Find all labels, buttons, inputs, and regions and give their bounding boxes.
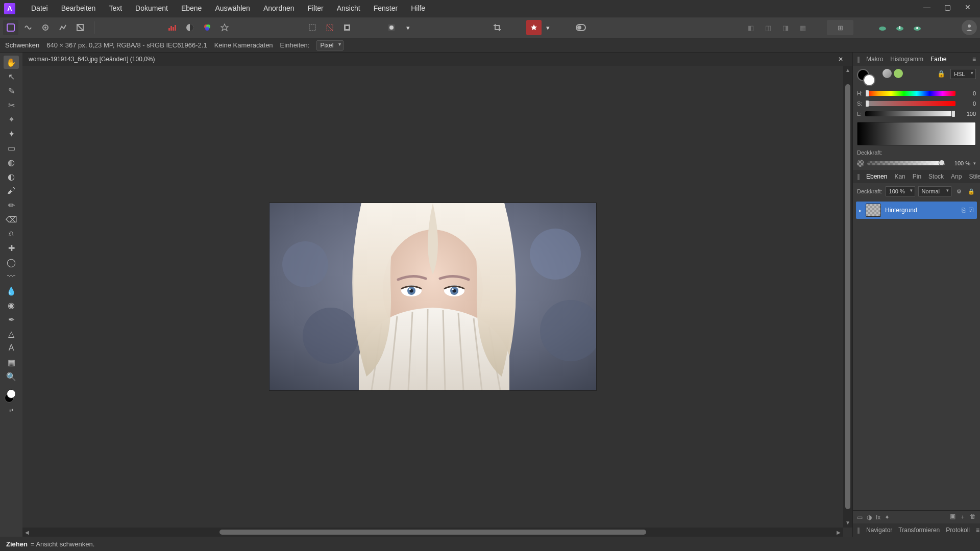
canvas-viewport[interactable] — [22, 66, 843, 528]
scroll-left-icon[interactable]: ◀ — [22, 530, 32, 535]
tool-dodge-icon[interactable]: ◯ — [4, 256, 19, 269]
horizontal-scrollbar[interactable]: ◀ ▶ — [22, 528, 843, 537]
cloud-sync-icon[interactable] — [875, 20, 890, 35]
hue-slider[interactable] — [865, 91, 955, 96]
tool-redeye-icon[interactable]: ◉ — [4, 298, 19, 312]
layer-group-icon[interactable]: ▣ — [950, 513, 955, 521]
sat-slider[interactable] — [865, 101, 955, 106]
tool-move-icon[interactable]: ↖ — [4, 70, 19, 83]
sat-value[interactable]: 0 — [959, 101, 976, 107]
layer-name[interactable]: Hintergrund — [885, 207, 917, 214]
panel-menu-icon[interactable]: ≡ — [976, 527, 979, 534]
menu-help[interactable]: Hilfe — [404, 0, 432, 17]
assistant-dropdown-icon[interactable]: ▾ — [544, 20, 552, 35]
persona-liquify-icon[interactable] — [20, 20, 36, 35]
selection-none-icon[interactable] — [322, 20, 337, 35]
tool-selectionbrush-icon[interactable]: ⌖ — [4, 113, 19, 126]
layer-mask-icon[interactable]: ▭ — [857, 514, 863, 521]
lit-value[interactable]: 100 — [959, 111, 976, 117]
tool-marquee-icon[interactable]: ▭ — [4, 141, 19, 155]
autocolor-icon[interactable] — [200, 20, 215, 35]
menu-window[interactable]: Fenster — [367, 0, 404, 17]
tool-eraser-icon[interactable]: ⌫ — [4, 213, 19, 226]
panel-handle-icon[interactable]: ‖ — [857, 527, 860, 534]
opacity-none-icon[interactable] — [857, 160, 864, 167]
tab-transformieren[interactable]: Transformieren — [898, 527, 940, 534]
tab-kan[interactable]: Kan — [893, 173, 906, 180]
tool-flood-icon[interactable]: ◍ — [4, 156, 19, 169]
assistant-icon[interactable] — [526, 20, 542, 35]
tool-hand-icon[interactable]: ✋ — [4, 56, 19, 69]
window-close-icon[interactable]: ✕ — [958, 0, 978, 14]
tool-crop-icon[interactable]: ✂ — [4, 98, 19, 112]
layer-blend-select[interactable]: Normal — [918, 186, 951, 196]
menu-filter[interactable]: Filter — [301, 0, 330, 17]
tab-anp[interactable]: Anp — [950, 173, 963, 180]
tool-text-icon[interactable]: A — [4, 341, 19, 355]
tool-paintbrush-icon[interactable]: 🖌 — [4, 184, 19, 197]
tool-mesh-icon[interactable]: ▦ — [4, 356, 19, 369]
persona-develop-icon[interactable] — [38, 20, 53, 35]
color-gradient-preview[interactable] — [857, 122, 976, 145]
opacity-slider[interactable] — [867, 161, 945, 165]
tool-healing-icon[interactable]: ✚ — [4, 241, 19, 255]
cloud-save-icon[interactable] — [910, 20, 925, 35]
context-units-select[interactable]: Pixel — [316, 40, 344, 51]
layer-expand-icon[interactable]: ▸ — [859, 208, 862, 213]
eyedropper-icon[interactable] — [883, 69, 892, 78]
layer-adjust-icon[interactable]: ◑ — [867, 514, 872, 521]
opacity-dropdown-icon[interactable]: ▾ — [973, 161, 976, 166]
tool-zoom-icon[interactable]: 🔍 — [4, 370, 19, 383]
account-icon[interactable] — [962, 20, 977, 35]
autowhitebalance-icon[interactable] — [217, 20, 232, 35]
persona-photo-icon[interactable] — [3, 20, 18, 35]
menu-file[interactable]: Datei — [24, 0, 55, 17]
panel-swatch-pair[interactable] — [857, 69, 877, 86]
menu-text[interactable]: Text — [102, 0, 129, 17]
tab-protokoll[interactable]: Protokoll — [946, 527, 970, 534]
layer-delete-icon[interactable]: 🗑 — [970, 513, 976, 521]
layer-fx-icon[interactable]: ⚙ — [954, 187, 964, 196]
tab-makro[interactable]: Makro — [865, 56, 884, 63]
layer-add-icon[interactable]: ＋ — [960, 513, 966, 521]
tool-clone-icon[interactable]: ⎌ — [4, 227, 19, 240]
autolevels-icon[interactable] — [165, 20, 180, 35]
layer-link-icon[interactable]: ⎘ — [962, 207, 965, 214]
tab-navigator[interactable]: Navigator — [866, 527, 892, 534]
scroll-thumb-horizontal[interactable] — [219, 530, 646, 535]
menu-document[interactable]: Dokument — [129, 0, 175, 17]
tool-gradient-icon[interactable]: ◐ — [4, 170, 19, 183]
layer-item[interactable]: ▸ Hintergrund ⎘ ☑ — [856, 202, 977, 219]
menu-view[interactable]: Ansicht — [330, 0, 367, 17]
layer-lock-icon[interactable]: 🔒 — [967, 187, 976, 196]
tab-farbe[interactable]: Farbe — [929, 56, 947, 63]
tool-smudge-icon[interactable]: 〰 — [4, 270, 19, 283]
tab-stock[interactable]: Stock — [927, 173, 945, 180]
window-minimize-icon[interactable]: — — [917, 0, 937, 14]
tool-pen-icon[interactable]: ✒ — [4, 313, 19, 326]
selection-all-icon[interactable] — [305, 20, 320, 35]
scroll-up-icon[interactable]: ▲ — [845, 66, 850, 75]
menu-arrange[interactable]: Anordnen — [257, 0, 301, 17]
tab-histogramm[interactable]: Histogramm — [889, 56, 924, 63]
crop-icon[interactable] — [489, 20, 505, 35]
document-tab[interactable]: woman-1919143_640.jpg [Geändert] (100,0%… — [22, 53, 852, 66]
tab-pin[interactable]: Pin — [912, 173, 922, 180]
document-tab-close-icon[interactable]: ✕ — [835, 56, 846, 63]
vertical-scrollbar[interactable]: ▲ ▼ — [843, 66, 852, 528]
lit-slider[interactable] — [865, 111, 955, 116]
layer-visible-icon[interactable]: ☑ — [968, 207, 974, 214]
noise-color-icon[interactable] — [894, 69, 903, 78]
cloud-open-icon[interactable] — [892, 20, 908, 35]
persona-tonemap-icon[interactable] — [55, 20, 70, 35]
layer-fxadd-icon[interactable]: fx — [876, 514, 880, 521]
autocontrast-icon[interactable] — [182, 20, 198, 35]
panel-handle-icon[interactable]: ‖ — [857, 173, 860, 180]
tool-shape-icon[interactable]: △ — [4, 327, 19, 340]
snapping-icon[interactable]: ⊞ — [827, 20, 853, 35]
color-swatch-pair[interactable] — [5, 389, 18, 403]
tool-blur-icon[interactable]: 💧 — [4, 284, 19, 297]
tab-stile[interactable]: Stile — [968, 173, 980, 180]
layer-style-icon[interactable]: ✦ — [885, 514, 890, 521]
menu-layer[interactable]: Ebene — [175, 0, 208, 17]
